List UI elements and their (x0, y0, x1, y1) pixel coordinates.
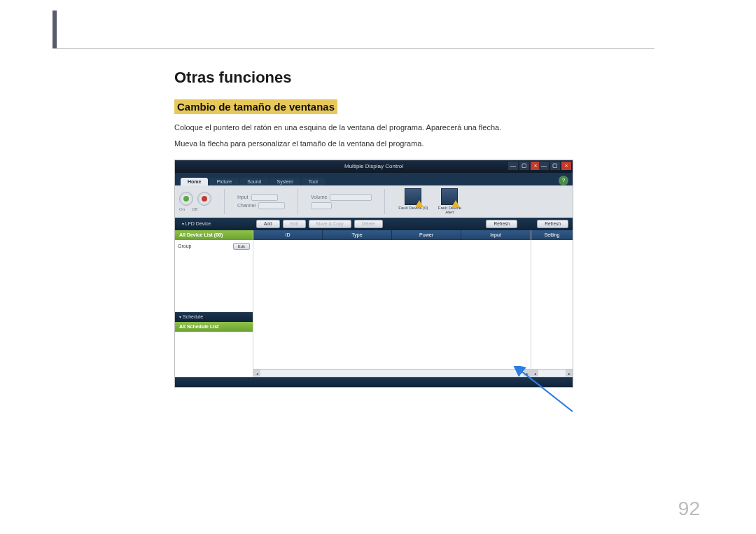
input-label: Input (237, 195, 248, 199)
horizontal-scrollbar[interactable]: ◂ ▸ (253, 369, 531, 377)
embedded-screenshot: Multiple Display Control — ▢ × — ▢ × Hom… (174, 160, 573, 388)
page-number: 92 (678, 498, 700, 520)
fault-alert-button[interactable]: Fault Device Alert (434, 188, 465, 214)
power-group: On Off (179, 192, 211, 211)
input-group: Input Channel (237, 194, 285, 209)
tab-tool[interactable]: Tool (302, 178, 325, 185)
col-power[interactable]: Power (392, 230, 461, 240)
scroll-left-icon[interactable]: ◂ (531, 370, 538, 377)
window-titlebar: Multiple Display Control — ▢ × — ▢ × (175, 160, 573, 173)
paragraph-1: Coloque el puntero del ratón en una esqu… (174, 122, 657, 133)
section-marker (52, 10, 57, 48)
paragraph-2: Mueva la flecha para personalizar el tam… (174, 139, 657, 149)
close-button-2[interactable]: × (561, 162, 571, 170)
tab-system[interactable]: System (270, 178, 300, 185)
fault-alert-icon (441, 188, 458, 205)
sidebar-edit-button[interactable]: Edit (233, 243, 250, 250)
power-on-icon (183, 196, 189, 202)
move-copy-button[interactable]: Move & Copy (309, 220, 351, 228)
horizontal-scrollbar-2[interactable]: ◂ ▸ (531, 369, 573, 377)
tab-bar: Home Picture Sound System Tool ? (175, 173, 573, 185)
col-input[interactable]: Input (461, 230, 531, 240)
grid-body (253, 240, 531, 369)
device-grid: ID Type Power Input ◂ ▸ (253, 230, 531, 377)
refresh-button-2[interactable]: Refresh (537, 220, 568, 228)
fault-device-button[interactable]: Fault Device (0) (398, 188, 428, 214)
power-off-button[interactable] (197, 192, 211, 206)
delete-button[interactable]: Delete (354, 220, 383, 228)
maximize-button-2[interactable]: ▢ (550, 162, 560, 170)
section-subheading: Cambio de tamaño de ventanas (174, 99, 337, 114)
help-icon[interactable]: ? (559, 176, 568, 185)
sidebar: All Device List (00) Group Edit Schedule… (175, 230, 253, 377)
volume-label: Volume (311, 195, 327, 199)
maximize-button[interactable]: ▢ (519, 162, 529, 170)
edit-button[interactable]: Edit (283, 220, 306, 228)
minimize-button-2[interactable]: — (539, 162, 549, 170)
scroll-right-icon[interactable]: ▸ (566, 370, 573, 377)
main-split: All Device List (00) Group Edit Schedule… (175, 230, 573, 377)
separator (298, 189, 298, 214)
sidebar-all-schedule[interactable]: All Schedule List (175, 322, 253, 332)
separator (384, 189, 385, 214)
volume-value-box[interactable] (311, 202, 332, 209)
scroll-left-icon[interactable]: ◂ (253, 370, 260, 377)
ribbon-toolbar: On Off Input Channel Volume (175, 185, 573, 218)
scroll-track[interactable] (260, 370, 524, 376)
power-on-button[interactable] (179, 192, 193, 206)
fault-device-icon (405, 188, 421, 205)
sidebar-all-devices[interactable]: All Device List (00) (175, 230, 253, 240)
refresh-button[interactable]: Refresh (486, 220, 517, 228)
power-off-label: Off (192, 207, 197, 211)
status-bar (175, 377, 573, 387)
add-button[interactable]: Add (256, 220, 280, 228)
lfd-device-section[interactable]: LFD Device (179, 221, 253, 226)
volume-group: Volume (311, 194, 372, 209)
col-id[interactable]: ID (253, 230, 323, 240)
power-off-icon (202, 196, 207, 202)
page-heading: Otras funciones (174, 69, 657, 87)
input-dropdown[interactable] (251, 194, 278, 201)
col-setting[interactable]: Setting (531, 230, 573, 240)
action-bar: LFD Device Add Edit Move & Copy Delete R… (175, 218, 573, 230)
sidebar-schedule-section[interactable]: Schedule (175, 312, 253, 322)
volume-slider[interactable] (330, 194, 372, 201)
channel-dropdown[interactable] (258, 202, 285, 209)
scroll-track[interactable] (538, 370, 566, 376)
tab-sound[interactable]: Sound (240, 178, 268, 185)
scroll-right-icon[interactable]: ▸ (524, 370, 531, 377)
separator (224, 189, 225, 214)
right-panel: Setting ◂ ▸ (531, 230, 573, 377)
tab-home[interactable]: Home (181, 178, 208, 185)
tab-picture[interactable]: Picture (209, 178, 239, 185)
power-on-label: On (179, 207, 185, 211)
top-rule (52, 48, 654, 49)
window-title: Multiple Display Control (344, 163, 403, 169)
sidebar-group-label: Group (178, 244, 191, 248)
minimize-button[interactable]: — (508, 162, 518, 170)
col-type[interactable]: Type (323, 230, 392, 240)
channel-label: Channel (237, 203, 255, 208)
